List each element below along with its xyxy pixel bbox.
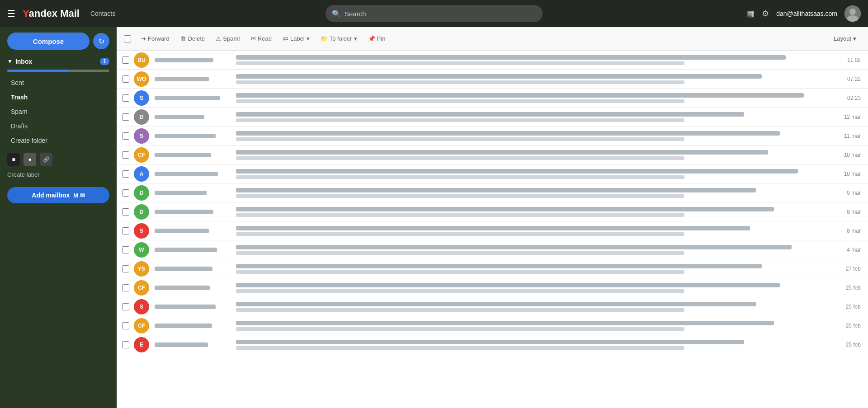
label-icon: 🏷 — [283, 35, 288, 42]
layout-dropdown-icon: ▾ — [853, 35, 856, 42]
spam-button[interactable]: ⚠ Spam! — [211, 33, 245, 45]
email-checkbox[interactable] — [122, 246, 129, 253]
email-checkbox[interactable] — [122, 322, 129, 329]
read-button[interactable]: ✉ Read — [246, 33, 276, 45]
folder-icon: 📁 — [321, 35, 328, 42]
email-time: 25 feb — [834, 285, 861, 291]
layout-button[interactable]: Layout ▾ — [829, 33, 861, 45]
table-row[interactable]: W 4 mar — [117, 240, 868, 259]
email-sender — [155, 305, 236, 309]
sidebar-item-spam[interactable]: Spam — [0, 104, 117, 119]
email-sender — [155, 96, 236, 100]
table-row[interactable]: A 10 mar — [117, 164, 868, 183]
email-time: 11:02 — [834, 57, 861, 63]
search-input[interactable] — [344, 10, 536, 18]
email-sender — [155, 229, 236, 233]
add-mailbox-label: Add mailbox — [32, 192, 70, 199]
label-icon-black[interactable]: ■ — [7, 153, 20, 166]
table-row[interactable]: D 9 mar — [117, 183, 868, 202]
to-folder-button[interactable]: 📁 To folder ▾ — [316, 33, 362, 45]
avatar: D — [134, 204, 149, 220]
email-subject — [236, 207, 834, 217]
email-checkbox[interactable] — [122, 132, 129, 140]
email-checkbox[interactable] — [122, 303, 129, 310]
table-row[interactable]: E 25 feb — [117, 335, 868, 354]
avatar: E — [134, 337, 149, 352]
email-checkbox[interactable] — [122, 284, 129, 291]
email-checkbox[interactable] — [122, 151, 129, 159]
table-row[interactable]: CF 10 mar — [117, 145, 868, 164]
email-time: 07:22 — [834, 76, 861, 82]
table-row[interactable]: S 8 mar — [117, 221, 868, 240]
avatar: BU — [134, 52, 149, 68]
email-time: 02:23 — [834, 95, 861, 101]
label-button[interactable]: 🏷 Label ▾ — [278, 33, 314, 45]
spam-icon: ⚠ — [216, 35, 221, 42]
email-checkbox[interactable] — [122, 56, 129, 64]
avatar: S — [134, 128, 149, 144]
email-checkbox[interactable] — [122, 113, 129, 121]
email-checkbox[interactable] — [122, 189, 129, 197]
create-label-text[interactable]: Create label — [0, 171, 117, 183]
grid-icon[interactable]: ▦ — [747, 9, 755, 19]
sidebar-item-trash[interactable]: Trash — [0, 90, 117, 104]
email-checkbox[interactable] — [122, 170, 129, 178]
add-mailbox-button[interactable]: Add mailbox M ✉ — [7, 187, 109, 203]
app-logo: Yandex Mail — [23, 8, 80, 19]
email-subject — [236, 321, 834, 331]
table-row[interactable]: D 12 mar — [117, 108, 868, 127]
svg-point-1 — [849, 9, 856, 15]
select-all-checkbox[interactable] — [124, 35, 131, 42]
table-row[interactable]: S 02:23 — [117, 89, 868, 108]
avatar[interactable] — [844, 5, 861, 22]
email-subject — [236, 169, 834, 179]
table-row[interactable]: CF 25 feb — [117, 316, 868, 335]
table-row[interactable]: BU 11:02 — [117, 51, 868, 70]
menu-icon[interactable]: ☰ — [7, 8, 15, 19]
avatar: CF — [134, 318, 149, 333]
table-row[interactable]: S 25 feb — [117, 297, 868, 316]
sidebar-item-create-folder[interactable]: Create folder — [0, 133, 117, 148]
sidebar-item-drafts[interactable]: Drafts — [0, 119, 117, 133]
email-toolbar: ➜ Forward 🗑 Delete ⚠ Spam! ✉ Read 🏷 Labe… — [117, 27, 868, 51]
inbox-label: Inbox — [15, 58, 32, 65]
email-checkbox[interactable] — [122, 208, 129, 216]
email-subject — [236, 55, 834, 65]
compose-button[interactable]: Compose — [7, 33, 90, 50]
contacts-label[interactable]: Contacts — [90, 10, 115, 17]
forward-button[interactable]: ➜ Forward — [137, 33, 174, 45]
email-time: 8 mar — [834, 209, 861, 215]
table-row[interactable]: S 11 mar — [117, 127, 868, 145]
label-icon-gray[interactable]: ● — [24, 153, 36, 166]
email-checkbox[interactable] — [122, 341, 129, 348]
table-row[interactable]: YS 27 feb — [117, 259, 868, 278]
label-icons-row: ■ ● 🔗 — [0, 148, 117, 171]
email-subject — [236, 226, 834, 236]
email-subject — [236, 340, 834, 350]
email-subject — [236, 188, 834, 198]
search-bar[interactable]: 🔍 — [326, 5, 542, 22]
label-icon-link[interactable]: 🔗 — [40, 153, 52, 166]
email-time: 25 feb — [834, 304, 861, 310]
sidebar-item-sent[interactable]: Sent — [0, 75, 117, 90]
email-subject — [236, 264, 834, 274]
table-row[interactable]: CF 25 feb — [117, 278, 868, 297]
email-time: 25 feb — [834, 342, 861, 348]
topbar: ☰ Yandex Mail Contacts 🔍 ▦ ⚙ dan@allthat… — [0, 0, 868, 27]
table-row[interactable]: D 8 mar — [117, 202, 868, 221]
refresh-button[interactable]: ↻ — [93, 33, 109, 49]
email-checkbox[interactable] — [122, 265, 129, 272]
email-sender — [155, 134, 236, 138]
avatar: YS — [134, 261, 149, 277]
inbox-row[interactable]: ▼ Inbox 1 — [0, 55, 117, 68]
email-subject — [236, 283, 834, 293]
email-sender — [155, 248, 236, 252]
settings-icon[interactable]: ⚙ — [762, 9, 769, 19]
table-row[interactable]: WO 07:22 — [117, 70, 868, 89]
pin-button[interactable]: 📌 Pin — [363, 33, 390, 45]
delete-button[interactable]: 🗑 Delete — [176, 33, 210, 45]
email-checkbox[interactable] — [122, 75, 129, 83]
avatar: W — [134, 242, 149, 258]
email-checkbox[interactable] — [122, 94, 129, 102]
email-checkbox[interactable] — [122, 227, 129, 234]
